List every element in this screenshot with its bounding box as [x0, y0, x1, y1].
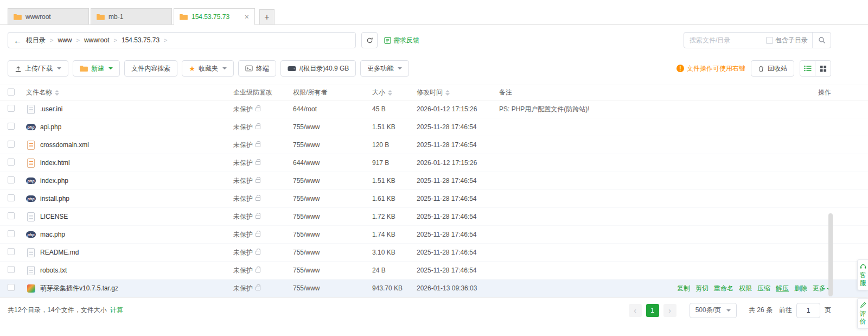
breadcrumb-current-dir[interactable]: 154.53.75.73 [122, 36, 159, 44]
page-size-select[interactable]: 500条/页 [690, 303, 737, 318]
breadcrumb-root[interactable]: 根目录 [26, 36, 46, 45]
protect-status: 未保护 [233, 141, 253, 150]
file-name[interactable]: LICENSE [40, 213, 68, 220]
chevron-down-icon [222, 67, 227, 69]
tab-154-53-75-73[interactable]: 154.53.75.73 × [174, 8, 255, 24]
file-name[interactable]: robots.txt [40, 267, 67, 274]
file-name[interactable]: index.php [40, 177, 68, 185]
row-checkbox[interactable] [8, 284, 15, 291]
row-checkbox[interactable] [8, 105, 15, 112]
customer-service-widget[interactable]: 客服 [857, 259, 868, 290]
table-row[interactable]: README.md 未保护 755/www 3.10 KB 2025-11-28… [0, 244, 868, 262]
protect-status: 未保护 [233, 159, 253, 168]
more-features-button[interactable]: 更多功能 [360, 60, 409, 77]
header-size[interactable]: 大小 [372, 88, 385, 97]
table-row[interactable]: 萌芽采集插件v10.7.5.tar.gz 未保护 755/www 943.70 … [0, 280, 868, 297]
content-search-button[interactable]: 文件内容搜索 [124, 60, 177, 77]
table-row[interactable]: api.php 未保护 755/www 1.51 KB 2025-11-28 1… [0, 118, 868, 136]
row-action-rename[interactable]: 重命名 [714, 284, 733, 293]
row-checkbox[interactable] [8, 194, 15, 201]
table-row[interactable]: mac.php 未保护 755/www 1.74 KB 2025-11-28 1… [0, 226, 868, 244]
search-button[interactable] [812, 33, 831, 48]
include-subdir-option[interactable]: 包含子目录 [766, 36, 812, 45]
php-file-icon [26, 123, 36, 131]
table-row[interactable]: LICENSE 未保护 755/www 1.72 KB 2025-11-28 1… [0, 208, 868, 226]
vertical-scrollbar-thumb[interactable] [828, 213, 833, 296]
toolbar-right: ! 文件操作可使用右键 回收站 [676, 60, 831, 77]
favorites-button[interactable]: ★ 收藏夹 [182, 60, 234, 77]
header-permission-owner: 权限/所有者 [293, 88, 372, 97]
row-checkbox[interactable] [8, 176, 15, 183]
file-name[interactable]: 萌芽采集插件v10.7.5.tar.gz [40, 284, 118, 293]
current-page-button[interactable]: 1 [646, 304, 659, 317]
file-name[interactable]: crossdomain.xml [40, 141, 89, 149]
table-row[interactable]: crossdomain.xml 未保护 755/www 120 B 2025-1… [0, 136, 868, 154]
row-checkbox[interactable] [8, 230, 15, 237]
row-checkbox[interactable] [8, 159, 15, 166]
review-widget[interactable]: 评价 [857, 298, 868, 329]
upload-download-button[interactable]: 上传/下载 [8, 60, 68, 77]
permission-owner: 755/www [293, 195, 372, 202]
grid-view-button[interactable] [815, 60, 831, 77]
tab-label: wwwroot [25, 13, 51, 21]
file-name[interactable]: mac.php [40, 231, 65, 238]
table-row[interactable]: install.php 未保护 755/www 1.61 KB 2025-11-… [0, 190, 868, 208]
table-row[interactable]: index.php 未保护 755/www 1.51 KB 2025-11-28… [0, 172, 868, 190]
disk-root-button[interactable]: /(根目录)40.9 GB [280, 60, 356, 77]
chevron-down-icon [108, 67, 113, 69]
favorites-label: 收藏夹 [199, 64, 218, 73]
row-checkbox[interactable] [8, 248, 15, 255]
file-size: 1.72 KB [372, 213, 417, 220]
terminal-button[interactable]: 终端 [238, 60, 276, 77]
file-name[interactable]: README.md [40, 249, 79, 256]
row-action-compress[interactable]: 压缩 [757, 284, 770, 293]
back-button[interactable]: ← [14, 36, 22, 45]
new-tab-button[interactable]: + [259, 9, 275, 24]
protect-status: 未保护 [233, 230, 253, 239]
goto-page-input[interactable] [796, 303, 820, 318]
file-name[interactable]: install.php [40, 195, 69, 202]
table-row[interactable]: index.html 未保护 644/www 917 B 2026-01-12 … [0, 154, 868, 172]
row-checkbox[interactable] [8, 212, 15, 219]
feedback-link[interactable]: 需求反馈 [384, 36, 419, 45]
sort-icon[interactable] [388, 90, 392, 96]
table-row[interactable]: robots.txt 未保护 755/www 24 B 2025-11-28 1… [0, 262, 868, 280]
review-label: 评价 [859, 310, 866, 325]
header-modified-time[interactable]: 修改时间 [417, 88, 443, 97]
file-name[interactable]: index.html [40, 159, 70, 167]
prev-page-button[interactable]: ‹ [629, 304, 642, 317]
calculate-size-link[interactable]: 计算 [110, 306, 123, 315]
modified-time: 2025-11-28 17:46:54 [417, 267, 499, 274]
sort-icon[interactable] [445, 90, 450, 96]
toolbar: 上传/下载 新建 文件内容搜索 ★ 收藏夹 终端 /(根目录)40.9 GB 更… [0, 60, 868, 77]
new-button[interactable]: 新建 [73, 60, 120, 77]
next-page-button[interactable]: › [663, 304, 676, 317]
file-name[interactable]: api.php [40, 123, 61, 131]
file-name[interactable]: .user.ini [40, 105, 62, 113]
row-checkbox[interactable] [8, 141, 15, 148]
sort-icon[interactable] [55, 90, 59, 96]
row-action-permission[interactable]: 权限 [739, 284, 752, 293]
unlock-icon [256, 251, 260, 255]
table-row[interactable]: .user.ini 未保护 644/root 45 B 2026-01-12 1… [0, 100, 868, 118]
refresh-button[interactable] [361, 32, 378, 48]
tab-wwwroot[interactable]: wwwroot [8, 8, 89, 24]
search-input[interactable] [684, 36, 766, 44]
row-action-copy[interactable]: 复制 [677, 284, 690, 293]
row-action-delete[interactable]: 删除 [794, 284, 807, 293]
header-file-name[interactable]: 文件名称 [26, 88, 52, 97]
breadcrumb-www[interactable]: www [58, 36, 72, 44]
tab-mb-1[interactable]: mb-1 [91, 8, 172, 24]
breadcrumb-wwwroot[interactable]: wwwroot [84, 36, 110, 44]
chevron-down-icon [726, 309, 731, 312]
row-action-cut[interactable]: 剪切 [695, 284, 709, 293]
recycle-bin-button[interactable]: 回收站 [751, 60, 794, 77]
row-action-extract[interactable]: 解压 [776, 284, 789, 293]
list-view-button[interactable] [800, 60, 815, 77]
row-checkbox[interactable] [8, 123, 15, 130]
include-subdir-checkbox[interactable] [766, 37, 773, 44]
chevron-down-icon [398, 67, 402, 69]
select-all-checkbox[interactable] [8, 88, 15, 96]
close-icon[interactable]: × [245, 13, 249, 21]
row-checkbox[interactable] [8, 266, 15, 273]
